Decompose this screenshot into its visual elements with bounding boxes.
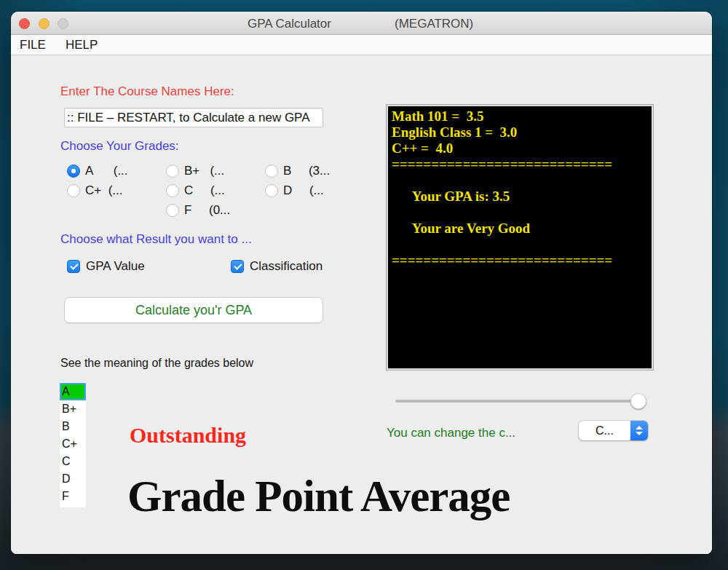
gpa-banner-text: Grade Point Average: [127, 471, 510, 522]
checkbox-checked-icon: [231, 260, 244, 273]
checkbox-label: Classification: [250, 259, 323, 274]
choose-grades-label: Choose Your Grades:: [60, 139, 179, 154]
radio-grade-c[interactable]: C (...: [166, 183, 225, 198]
display-line: ============================: [392, 253, 648, 269]
display-line: ============================: [392, 157, 648, 173]
radio-label: B+ (...: [184, 164, 224, 178]
color-dropdown[interactable]: C...: [579, 421, 648, 440]
radio-icon: [265, 165, 278, 178]
chevron-down-icon: [636, 432, 643, 435]
minimize-button[interactable]: [39, 18, 50, 29]
app-window: GPA Calculator (MEGATRON) FILE HELP Ente…: [11, 12, 712, 554]
checkbox-label: GPA Value: [86, 259, 145, 274]
grade-list: A B+ B C+ C D F: [60, 382, 86, 507]
radio-grade-a[interactable]: A (...: [67, 164, 128, 178]
content-area: Enter The Course Names Here: Choose Your…: [11, 56, 712, 554]
grade-list-item-f[interactable]: F: [60, 488, 86, 505]
color-dropdown-value: C...: [579, 424, 630, 438]
result-display-area: Math 101 = 3.5 English Class 1 = 3.0 C++…: [387, 105, 653, 370]
slider-track[interactable]: [395, 400, 638, 403]
radio-icon: [265, 184, 278, 197]
grade-meaning-value: Outstanding: [130, 423, 246, 448]
grade-list-item-b[interactable]: B: [60, 418, 86, 435]
radio-label: D (...: [283, 183, 324, 198]
close-button[interactable]: [19, 18, 30, 29]
display-line: C++ = 4.0: [392, 140, 648, 157]
radio-icon: [166, 184, 179, 197]
course-names-label: Enter The Course Names Here:: [60, 84, 234, 99]
radio-label: A (...: [85, 164, 128, 178]
checkbox-classification[interactable]: Classification: [231, 259, 323, 274]
display-line: [392, 205, 648, 221]
display-line: English Class 1 = 3.0: [392, 124, 648, 140]
radio-icon: [67, 184, 80, 197]
change-color-hint: You can change the c...: [387, 426, 515, 440]
menu-file[interactable]: FILE: [20, 38, 46, 52]
display-line: Your GPA is: 3.5: [392, 189, 648, 205]
zoom-button[interactable]: [58, 18, 68, 29]
color-slider[interactable]: [395, 393, 638, 409]
display-line: [392, 237, 648, 253]
radio-grade-f[interactable]: F (0...: [166, 203, 230, 218]
window-title: GPA Calculator: [248, 17, 331, 31]
radio-grade-d[interactable]: D (...: [265, 183, 324, 198]
chevron-up-icon: [636, 426, 643, 430]
grade-list-item-b-plus[interactable]: B+: [60, 400, 86, 418]
menu-bar: FILE HELP: [11, 35, 712, 55]
grade-meaning-label: See the meaning of the grades below: [60, 357, 253, 370]
radio-grade-b-plus[interactable]: B+ (...: [166, 164, 224, 178]
radio-label: C+ (...: [85, 183, 122, 198]
grade-list-item-c-plus[interactable]: C+: [60, 435, 86, 453]
radio-icon: [166, 204, 179, 217]
radio-label: B (3...: [283, 164, 330, 178]
window-subtitle: (MEGATRON): [395, 17, 473, 31]
course-name-input[interactable]: [64, 108, 323, 127]
grade-list-item-c[interactable]: C: [60, 453, 86, 470]
grade-list-item-a[interactable]: A: [60, 383, 86, 400]
stepper-icons: [630, 421, 648, 440]
radio-grade-c-plus[interactable]: C+ (...: [67, 183, 122, 198]
radio-icon: [166, 165, 179, 178]
radio-grade-b[interactable]: B (3...: [265, 164, 330, 178]
checkbox-gpa-value[interactable]: GPA Value: [67, 259, 145, 274]
display-line: Math 101 = 3.5: [392, 108, 648, 124]
display-line: [392, 173, 648, 189]
checkbox-checked-icon: [67, 260, 80, 273]
slider-thumb[interactable]: [630, 393, 646, 409]
choose-result-label: Choose what Result you want to ...: [60, 232, 252, 247]
radio-label: C (...: [184, 183, 225, 198]
grade-list-item-d[interactable]: D: [60, 470, 86, 488]
title-bar[interactable]: GPA Calculator (MEGATRON): [11, 12, 712, 35]
calculate-gpa-button[interactable]: Calculate you'r GPA: [64, 297, 323, 323]
menu-help[interactable]: HELP: [66, 38, 98, 52]
display-line: Your are Very Good: [392, 221, 648, 237]
radio-label: F (0...: [184, 203, 230, 218]
radio-selected-icon: [67, 165, 80, 178]
